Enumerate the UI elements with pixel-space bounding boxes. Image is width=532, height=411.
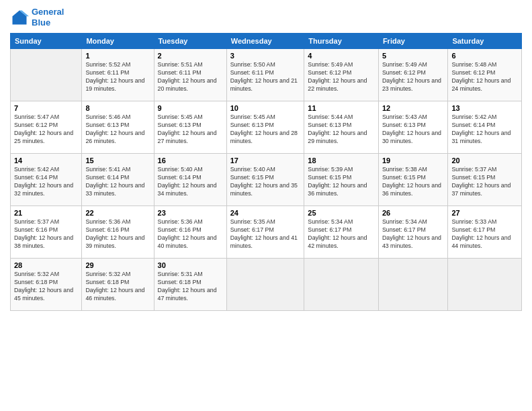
calendar-table: SundayMondayTuesdayWednesdayThursdayFrid… bbox=[10, 33, 522, 311]
day-number: 15 bbox=[85, 156, 150, 165]
day-number: 9 bbox=[158, 104, 223, 112]
day-number: 30 bbox=[158, 261, 223, 269]
calendar-cell: 11 Sunrise: 5:44 AMSunset: 6:13 PMDaylig… bbox=[304, 101, 379, 154]
calendar-cell: 12 Sunrise: 5:43 AMSunset: 6:13 PMDaylig… bbox=[378, 101, 448, 154]
calendar-cell: 8 Sunrise: 5:46 AMSunset: 6:13 PMDayligh… bbox=[82, 101, 154, 154]
calendar-cell: 14 Sunrise: 5:42 AMSunset: 6:14 PMDaylig… bbox=[11, 154, 82, 206]
calendar-cell: 16 Sunrise: 5:40 AMSunset: 6:14 PMDaylig… bbox=[154, 154, 226, 206]
day-number: 24 bbox=[230, 209, 301, 217]
calendar-cell: 27 Sunrise: 5:33 AMSunset: 6:17 PMDaylig… bbox=[448, 206, 522, 259]
day-number: 2 bbox=[158, 52, 223, 60]
day-info: Sunrise: 5:36 AMSunset: 6:16 PMDaylight:… bbox=[85, 218, 150, 250]
calendar-cell: 7 Sunrise: 5:47 AMSunset: 6:12 PMDayligh… bbox=[11, 101, 82, 154]
day-number: 23 bbox=[158, 209, 223, 217]
day-info: Sunrise: 5:40 AMSunset: 6:14 PMDaylight:… bbox=[158, 166, 223, 198]
day-info: Sunrise: 5:37 AMSunset: 6:15 PMDaylight:… bbox=[451, 166, 518, 198]
svg-marker-0 bbox=[13, 10, 27, 24]
calendar-cell: 21 Sunrise: 5:37 AMSunset: 6:16 PMDaylig… bbox=[11, 206, 82, 259]
col-header-saturday: Saturday bbox=[448, 34, 522, 49]
calendar-cell: 19 Sunrise: 5:38 AMSunset: 6:15 PMDaylig… bbox=[378, 154, 448, 206]
day-number: 25 bbox=[308, 209, 375, 217]
day-info: Sunrise: 5:34 AMSunset: 6:17 PMDaylight:… bbox=[308, 218, 375, 250]
calendar-cell: 10 Sunrise: 5:45 AMSunset: 6:13 PMDaylig… bbox=[226, 101, 304, 154]
calendar-cell: 17 Sunrise: 5:40 AMSunset: 6:15 PMDaylig… bbox=[226, 154, 304, 206]
col-header-thursday: Thursday bbox=[304, 34, 379, 49]
day-info: Sunrise: 5:32 AMSunset: 6:18 PMDaylight:… bbox=[85, 271, 150, 303]
day-info: Sunrise: 5:51 AMSunset: 6:11 PMDaylight:… bbox=[158, 61, 223, 93]
week-row-5: 28 Sunrise: 5:32 AMSunset: 6:18 PMDaylig… bbox=[11, 259, 522, 311]
day-info: Sunrise: 5:42 AMSunset: 6:14 PMDaylight:… bbox=[451, 113, 518, 146]
day-number: 29 bbox=[85, 261, 150, 269]
calendar-cell: 2 Sunrise: 5:51 AMSunset: 6:11 PMDayligh… bbox=[154, 49, 226, 101]
day-info: Sunrise: 5:38 AMSunset: 6:15 PMDaylight:… bbox=[382, 166, 445, 198]
day-number: 13 bbox=[451, 104, 518, 112]
day-info: Sunrise: 5:52 AMSunset: 6:11 PMDaylight:… bbox=[85, 61, 150, 93]
calendar-cell: 1 Sunrise: 5:52 AMSunset: 6:11 PMDayligh… bbox=[82, 49, 154, 101]
day-info: Sunrise: 5:35 AMSunset: 6:17 PMDaylight:… bbox=[230, 218, 301, 250]
day-info: Sunrise: 5:36 AMSunset: 6:16 PMDaylight:… bbox=[158, 218, 223, 250]
day-info: Sunrise: 5:49 AMSunset: 6:12 PMDaylight:… bbox=[382, 61, 445, 93]
day-number: 18 bbox=[308, 156, 375, 165]
calendar-cell: 30 Sunrise: 5:31 AMSunset: 6:18 PMDaylig… bbox=[154, 259, 226, 311]
day-number: 27 bbox=[451, 209, 518, 217]
calendar-cell: 23 Sunrise: 5:36 AMSunset: 6:16 PMDaylig… bbox=[154, 206, 226, 259]
day-info: Sunrise: 5:45 AMSunset: 6:13 PMDaylight:… bbox=[158, 113, 223, 146]
col-header-monday: Monday bbox=[82, 34, 154, 49]
week-row-3: 14 Sunrise: 5:42 AMSunset: 6:14 PMDaylig… bbox=[11, 154, 522, 206]
week-row-4: 21 Sunrise: 5:37 AMSunset: 6:16 PMDaylig… bbox=[11, 206, 522, 259]
week-row-2: 7 Sunrise: 5:47 AMSunset: 6:12 PMDayligh… bbox=[11, 101, 522, 154]
day-number: 6 bbox=[451, 52, 518, 60]
day-info: Sunrise: 5:44 AMSunset: 6:13 PMDaylight:… bbox=[308, 113, 375, 146]
logo-icon bbox=[10, 8, 29, 27]
logo: General Blue bbox=[10, 7, 64, 28]
col-header-wednesday: Wednesday bbox=[226, 34, 304, 49]
day-number: 3 bbox=[230, 52, 301, 60]
day-info: Sunrise: 5:41 AMSunset: 6:14 PMDaylight:… bbox=[85, 166, 150, 198]
calendar-cell: 3 Sunrise: 5:50 AMSunset: 6:11 PMDayligh… bbox=[226, 49, 304, 101]
calendar-cell: 9 Sunrise: 5:45 AMSunset: 6:13 PMDayligh… bbox=[154, 101, 226, 154]
day-info: Sunrise: 5:50 AMSunset: 6:11 PMDaylight:… bbox=[230, 61, 301, 93]
day-number: 26 bbox=[382, 209, 445, 217]
calendar-cell: 26 Sunrise: 5:34 AMSunset: 6:17 PMDaylig… bbox=[378, 206, 448, 259]
day-info: Sunrise: 5:49 AMSunset: 6:12 PMDaylight:… bbox=[308, 61, 375, 93]
day-info: Sunrise: 5:43 AMSunset: 6:13 PMDaylight:… bbox=[382, 113, 445, 146]
day-number: 11 bbox=[308, 104, 375, 112]
calendar-cell bbox=[378, 259, 448, 311]
day-number: 4 bbox=[308, 52, 375, 60]
day-info: Sunrise: 5:33 AMSunset: 6:17 PMDaylight:… bbox=[451, 218, 518, 250]
day-info: Sunrise: 5:39 AMSunset: 6:15 PMDaylight:… bbox=[308, 166, 375, 198]
day-number: 28 bbox=[14, 261, 78, 269]
day-info: Sunrise: 5:31 AMSunset: 6:18 PMDaylight:… bbox=[158, 271, 223, 303]
col-header-sunday: Sunday bbox=[11, 34, 82, 49]
day-number: 1 bbox=[85, 52, 150, 60]
day-number: 12 bbox=[382, 104, 445, 112]
calendar-cell bbox=[11, 49, 82, 101]
day-info: Sunrise: 5:46 AMSunset: 6:13 PMDaylight:… bbox=[85, 113, 150, 146]
header-row: SundayMondayTuesdayWednesdayThursdayFrid… bbox=[11, 34, 522, 49]
week-row-1: 1 Sunrise: 5:52 AMSunset: 6:11 PMDayligh… bbox=[11, 49, 522, 101]
calendar-cell: 28 Sunrise: 5:32 AMSunset: 6:18 PMDaylig… bbox=[11, 259, 82, 311]
header: General Blue bbox=[10, 7, 522, 28]
day-number: 8 bbox=[85, 104, 150, 112]
day-number: 16 bbox=[158, 156, 223, 165]
calendar-cell: 18 Sunrise: 5:39 AMSunset: 6:15 PMDaylig… bbox=[304, 154, 379, 206]
calendar-cell: 5 Sunrise: 5:49 AMSunset: 6:12 PMDayligh… bbox=[378, 49, 448, 101]
calendar-cell bbox=[304, 259, 379, 311]
calendar-cell: 20 Sunrise: 5:37 AMSunset: 6:15 PMDaylig… bbox=[448, 154, 522, 206]
day-number: 10 bbox=[230, 104, 301, 112]
day-info: Sunrise: 5:42 AMSunset: 6:14 PMDaylight:… bbox=[14, 166, 78, 198]
calendar-cell: 6 Sunrise: 5:48 AMSunset: 6:12 PMDayligh… bbox=[448, 49, 522, 101]
day-info: Sunrise: 5:48 AMSunset: 6:12 PMDaylight:… bbox=[451, 61, 518, 93]
calendar-cell: 29 Sunrise: 5:32 AMSunset: 6:18 PMDaylig… bbox=[82, 259, 154, 311]
calendar-cell: 15 Sunrise: 5:41 AMSunset: 6:14 PMDaylig… bbox=[82, 154, 154, 206]
col-header-friday: Friday bbox=[378, 34, 448, 49]
day-number: 14 bbox=[14, 156, 78, 165]
day-info: Sunrise: 5:45 AMSunset: 6:13 PMDaylight:… bbox=[230, 113, 301, 146]
calendar-cell: 24 Sunrise: 5:35 AMSunset: 6:17 PMDaylig… bbox=[226, 206, 304, 259]
logo-text: General Blue bbox=[32, 7, 64, 28]
day-info: Sunrise: 5:34 AMSunset: 6:17 PMDaylight:… bbox=[382, 218, 445, 250]
day-number: 5 bbox=[382, 52, 445, 60]
calendar-cell: 13 Sunrise: 5:42 AMSunset: 6:14 PMDaylig… bbox=[448, 101, 522, 154]
calendar-cell: 22 Sunrise: 5:36 AMSunset: 6:16 PMDaylig… bbox=[82, 206, 154, 259]
day-number: 20 bbox=[451, 156, 518, 165]
